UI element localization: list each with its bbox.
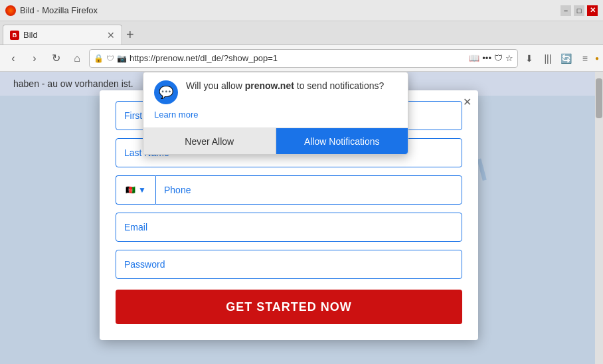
email-input[interactable] xyxy=(116,213,462,242)
tab-bar: B Bild ✕ + xyxy=(0,21,603,45)
firefox-icon xyxy=(5,5,16,16)
title-bar-controls: − □ ✕ xyxy=(560,5,598,16)
phone-row: 🇦🇫 ▼ xyxy=(116,175,462,205)
menu-button[interactable]: ≡ xyxy=(576,50,594,67)
popup-buttons: Never Allow Allow Notifications xyxy=(143,128,408,154)
browser-tab[interactable]: B Bild ✕ xyxy=(3,25,122,45)
minimize-button[interactable]: − xyxy=(560,5,571,16)
scrollbar-thumb[interactable] xyxy=(596,78,602,118)
allow-notifications-button[interactable]: Allow Notifications xyxy=(276,128,408,154)
never-allow-button[interactable]: Never Allow xyxy=(143,128,276,154)
shields-icon: 🛡 xyxy=(494,53,503,63)
title-bar: Bild - Mozilla Firefox − □ ✕ xyxy=(0,0,603,21)
security-icon: 🔒 xyxy=(94,54,104,63)
popup-site-name: prenow.net xyxy=(245,80,294,91)
reload-button[interactable]: ↻ xyxy=(46,49,65,68)
history-button[interactable]: ||| xyxy=(539,50,557,67)
title-bar-left: Bild - Mozilla Firefox xyxy=(5,5,98,16)
tab-label: Bild xyxy=(23,30,38,40)
password-input[interactable] xyxy=(116,250,462,279)
reader-mode-icon: 📖 xyxy=(469,53,479,63)
download-button[interactable]: ⬇ xyxy=(521,50,538,67)
phone-flag-dropdown[interactable]: 🇦🇫 ▼ xyxy=(116,175,155,205)
forward-button[interactable]: › xyxy=(25,49,44,68)
home-button[interactable]: ⌂ xyxy=(68,49,86,68)
close-button[interactable]: ✕ xyxy=(587,5,598,16)
maximize-button[interactable]: □ xyxy=(574,5,584,16)
chat-icon: 💬 xyxy=(154,80,178,104)
back-button[interactable]: ‹ xyxy=(4,49,23,68)
camera-icon: 📷 xyxy=(117,54,127,63)
tab-favicon: B xyxy=(10,31,19,40)
learn-more-link[interactable]: Learn more xyxy=(154,110,397,120)
popup-message-prefix: Will you allow xyxy=(186,80,245,91)
bookmark-icon: ☆ xyxy=(505,53,513,63)
get-started-button[interactable]: GET STARTED NOW xyxy=(116,290,462,324)
popup-message-suffix: to send notifications? xyxy=(294,80,384,91)
popup-header: 💬 Will you allow prenow.net to send noti… xyxy=(154,80,397,104)
url-input[interactable] xyxy=(129,53,466,63)
nav-right-buttons: ⬇ ||| 🔄 ≡ ● xyxy=(521,50,599,67)
flag-icon: 🇦🇫 xyxy=(126,185,135,195)
tab-close-button[interactable]: ✕ xyxy=(107,30,115,41)
notification-badge: ● xyxy=(595,54,599,62)
window-title: Bild - Mozilla Firefox xyxy=(20,5,98,15)
shield-icon: 🛡 xyxy=(106,54,114,63)
dropdown-chevron: ▼ xyxy=(138,185,146,195)
nav-bar: ‹ › ↻ ⌂ 🔒 🛡 📷 📖 ••• 🛡 ☆ ⬇ ||| 🔄 ≡ ● xyxy=(0,45,603,72)
browser-content: haben - au ow vorhanden ist. MYANTISPYWA… xyxy=(0,72,603,364)
popup-message: Will you allow prenow.net to send notifi… xyxy=(186,80,384,91)
phone-input[interactable] xyxy=(155,175,462,205)
notification-popup: 💬 Will you allow prenow.net to send noti… xyxy=(143,72,408,155)
new-tab-button[interactable]: + xyxy=(122,25,138,45)
address-bar[interactable]: 🔒 🛡 📷 📖 ••• 🛡 ☆ xyxy=(89,49,518,68)
more-actions-icon: ••• xyxy=(482,53,491,63)
modal-close-button[interactable]: ✕ xyxy=(463,96,472,108)
scrollbar[interactable] xyxy=(595,72,603,364)
sync-button[interactable]: 🔄 xyxy=(558,50,575,67)
